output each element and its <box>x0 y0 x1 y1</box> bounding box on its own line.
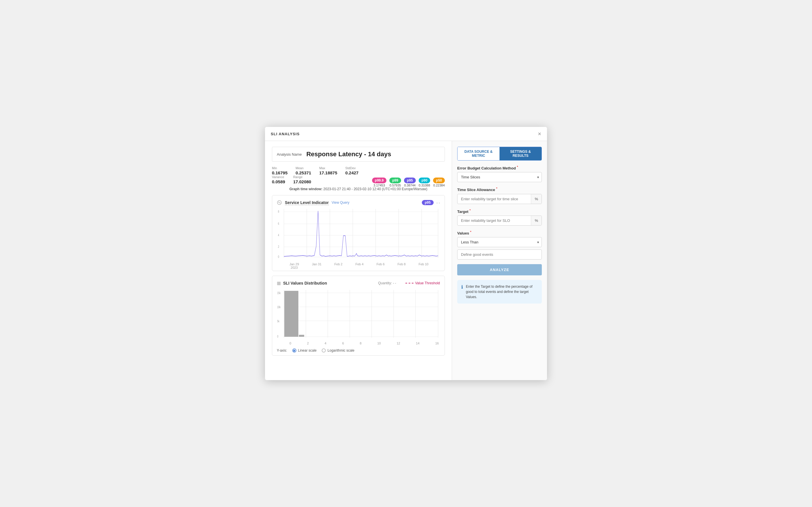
stat-mean-value: 0.25371 <box>295 170 311 175</box>
stats-row: Min 0.16795 Mean 0.25371 Max 17.18875 St… <box>272 166 370 184</box>
main-panel: Analysis Name Response Latency - 14 days… <box>265 141 452 380</box>
sli-chart-header: Service Level Indicator View Query p95 -… <box>277 200 440 205</box>
values-select[interactable]: Less Than <box>457 237 542 247</box>
stat-range-value: 17.02080 <box>293 179 311 184</box>
stat-mean: Mean 0.25371 <box>295 166 311 175</box>
analysis-name-row: Analysis Name Response Latency - 14 days <box>272 147 445 162</box>
linear-radio-circle <box>292 348 296 352</box>
analyze-button[interactable]: ANALYZE <box>457 264 542 275</box>
badge-p99-value: 0.57935 <box>390 183 401 187</box>
analysis-name-label: Analysis Name <box>277 152 302 157</box>
dist-header: ▦ SLI Values Distribution Quantity: - - … <box>277 281 440 286</box>
x-label-feb10: Feb 10 <box>419 263 428 269</box>
error-budget-label: Error Budget Calculation Method * <box>457 165 542 170</box>
svg-text:15k: 15k <box>277 291 281 295</box>
badge-p95-value: 0.38744 <box>404 183 415 187</box>
x-dist-14: 14 <box>416 342 419 345</box>
stat-range-label: Range <box>293 175 311 179</box>
graph-time-label: Graph time window: <box>289 187 323 191</box>
linear-scale-label: Linear scale <box>298 348 317 352</box>
svg-text:4: 4 <box>278 234 279 237</box>
p95-badge: p95 <box>422 200 433 205</box>
info-box: ℹ Enter the Target to define the percent… <box>457 280 542 303</box>
close-button[interactable]: × <box>538 131 541 137</box>
modal-body: Analysis Name Response Latency - 14 days… <box>265 141 547 380</box>
sli-dashes: - - <box>437 201 440 205</box>
linear-scale-radio[interactable]: Linear scale <box>292 348 317 352</box>
badge-p90-value: 0.31088 <box>419 183 430 187</box>
percentile-badges: p99.9 3.17453 p99 0.57935 p95 0.38744 p9… <box>372 177 445 187</box>
good-events-input[interactable] <box>457 249 542 260</box>
x-dist-16: 16 <box>436 342 439 345</box>
target-input-wrapper: % <box>457 216 542 226</box>
info-icon: ℹ <box>461 284 463 299</box>
stat-stddev-label: StdDev <box>345 166 358 170</box>
dist-bar-1 <box>299 335 304 337</box>
stat-max-value: 17.18875 <box>319 170 337 175</box>
x-label-feb2: Feb 2 <box>334 263 342 269</box>
log-scale-radio[interactable]: Logarithmic scale <box>322 348 354 352</box>
dist-chart-container: 15k 10k 5k 0 <box>277 289 440 346</box>
tab-data-source[interactable]: DATA SOURCE & METRIC <box>458 147 500 160</box>
badge-p99: p99 <box>389 177 401 183</box>
view-query-link[interactable]: View Query <box>332 201 350 205</box>
svg-text:10k: 10k <box>277 305 281 309</box>
stat-stddev-value: 0.2427 <box>345 170 358 175</box>
log-scale-label: Logarithmic scale <box>328 348 354 352</box>
stat-max-label: Max <box>319 166 337 170</box>
sli-chart-title: Service Level Indicator <box>285 200 329 205</box>
x-dist-12: 12 <box>397 342 400 345</box>
target-label: Target * <box>457 209 542 214</box>
dist-threshold: Value Threshold <box>405 281 440 285</box>
badge-p95: p95 <box>404 177 416 183</box>
x-dist-2: 2 <box>307 342 309 345</box>
target-suffix: % <box>531 216 541 225</box>
stat-min-value: 0.16795 <box>272 170 287 175</box>
good-events-input-wrapper <box>457 249 542 260</box>
tab-settings-results[interactable]: SETTINGS & RESULTS <box>500 147 541 160</box>
x-dist-10: 10 <box>377 342 381 345</box>
svg-text:2: 2 <box>278 245 279 248</box>
sli-chart-container: 8 6 4 2 0 <box>277 208 440 268</box>
badge-p50: p50 <box>433 177 445 183</box>
time-slice-field: Time Slice Allowance * % <box>457 187 542 204</box>
x-dist-6: 6 <box>342 342 344 345</box>
sli-x-axis: Jan 292023 Jan 31 Feb 2 Feb 4 Feb 6 Feb … <box>277 263 440 269</box>
svg-text:0: 0 <box>277 335 278 338</box>
error-budget-select[interactable]: Time Slices <box>457 172 542 182</box>
target-input[interactable] <box>458 216 531 225</box>
x-label-jan31: Jan 31 <box>312 263 322 269</box>
badge-p999-value: 3.17453 <box>373 183 385 187</box>
stat-max: Max 17.18875 <box>319 166 337 175</box>
yaxis-label: Y-axis: <box>277 348 287 352</box>
analysis-name-value: Response Latency - 14 days <box>306 151 391 158</box>
modal-header: SLI ANALYSIS × <box>265 127 547 141</box>
info-text: Enter the Target to define the percentag… <box>466 284 538 299</box>
x-label-feb8: Feb 8 <box>398 263 406 269</box>
stat-min-label: Min <box>272 166 287 170</box>
time-slice-input[interactable] <box>458 194 531 204</box>
threshold-line <box>405 283 413 283</box>
svg-text:5k: 5k <box>277 320 279 323</box>
sli-icon <box>277 200 282 205</box>
sli-chart-section: Service Level Indicator View Query p95 -… <box>272 195 445 271</box>
stat-variance: Variance 0.0589 <box>272 175 285 184</box>
badge-p90: p90 <box>419 177 430 183</box>
sli-chart-svg: 8 6 4 2 0 <box>277 208 440 261</box>
target-field: Target * % <box>457 209 542 226</box>
modal-title: SLI ANALYSIS <box>271 132 299 136</box>
side-panel: DATA SOURCE & METRIC SETTINGS & RESULTS … <box>452 141 547 380</box>
dist-quantity: Quantity: - - <box>378 281 396 285</box>
modal-container: SLI ANALYSIS × Analysis Name Response La… <box>265 127 547 380</box>
svg-text:6: 6 <box>278 222 279 226</box>
log-radio-circle <box>322 348 326 352</box>
svg-text:8: 8 <box>278 210 279 214</box>
time-slice-suffix: % <box>531 194 541 204</box>
x-dist-8: 8 <box>360 342 361 345</box>
values-label: Values * <box>457 230 542 235</box>
dist-section: ▦ SLI Values Distribution Quantity: - - … <box>272 276 445 356</box>
graph-time-value: 2023-01-27 21:40 - 2023-02-10 12:40 (UTC… <box>324 187 427 191</box>
tab-row: DATA SOURCE & METRIC SETTINGS & RESULTS <box>457 147 542 161</box>
x-dist-0: 0 <box>289 342 291 345</box>
time-slice-input-wrapper: % <box>457 194 542 204</box>
